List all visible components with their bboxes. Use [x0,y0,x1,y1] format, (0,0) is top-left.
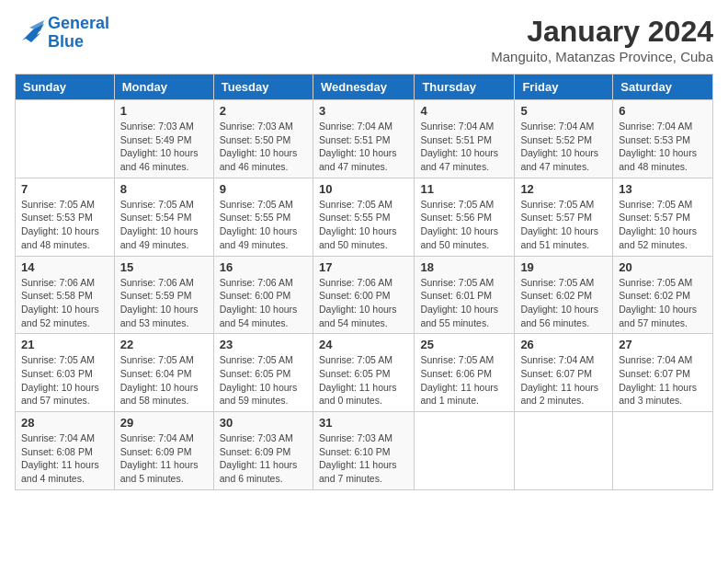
calendar-cell: 1Sunrise: 7:03 AMSunset: 5:49 PMDaylight… [114,100,213,178]
page-subtitle: Manguito, Matanzas Province, Cuba [491,49,713,64]
day-info: Sunrise: 7:04 AMSunset: 6:08 PMDaylight:… [21,431,108,486]
calendar-cell: 30Sunrise: 7:03 AMSunset: 6:09 PMDayligh… [213,412,313,490]
day-number: 3 [319,104,408,118]
day-number: 28 [21,416,108,430]
calendar-cell: 20Sunrise: 7:05 AMSunset: 6:02 PMDayligh… [613,256,713,334]
day-of-week-header: Saturday [613,75,713,100]
day-number: 19 [520,260,607,274]
day-number: 13 [619,182,707,196]
calendar-cell: 27Sunrise: 7:04 AMSunset: 6:07 PMDayligh… [613,334,713,412]
day-number: 24 [319,338,408,351]
calendar-cell: 13Sunrise: 7:05 AMSunset: 5:57 PMDayligh… [613,178,713,256]
day-info: Sunrise: 7:06 AMSunset: 5:59 PMDaylight:… [120,276,208,330]
calendar-table: SundayMondayTuesdayWednesdayThursdayFrid… [15,74,713,490]
logo-line1: General [48,14,109,32]
day-info: Sunrise: 7:05 AMSunset: 6:04 PMDaylight:… [120,353,208,408]
day-number: 18 [420,260,508,274]
calendar-cell: 22Sunrise: 7:05 AMSunset: 6:04 PMDayligh… [114,334,213,412]
day-info: Sunrise: 7:05 AMSunset: 6:06 PMDaylight:… [420,353,508,408]
day-number: 26 [520,338,607,351]
page-title: January 2024 [491,15,713,49]
day-number: 31 [319,416,408,430]
day-info: Sunrise: 7:04 AMSunset: 5:51 PMDaylight:… [319,120,408,174]
calendar-cell: 8Sunrise: 7:05 AMSunset: 5:54 PMDaylight… [114,178,213,256]
day-number: 27 [619,338,707,351]
calendar-cell: 26Sunrise: 7:04 AMSunset: 6:07 PMDayligh… [515,334,613,412]
calendar-cell: 6Sunrise: 7:04 AMSunset: 5:53 PMDaylight… [613,100,713,178]
day-info: Sunrise: 7:05 AMSunset: 5:54 PMDaylight:… [120,198,208,252]
day-info: Sunrise: 7:04 AMSunset: 6:09 PMDaylight:… [120,431,208,486]
calendar-cell: 29Sunrise: 7:04 AMSunset: 6:09 PMDayligh… [114,412,213,490]
calendar-cell: 31Sunrise: 7:03 AMSunset: 6:10 PMDayligh… [313,412,414,490]
calendar-cell: 5Sunrise: 7:04 AMSunset: 5:52 PMDaylight… [515,100,613,178]
day-number: 11 [420,182,508,196]
day-number: 15 [120,260,208,274]
calendar-cell: 17Sunrise: 7:06 AMSunset: 6:00 PMDayligh… [313,256,414,334]
calendar-cell: 2Sunrise: 7:03 AMSunset: 5:50 PMDaylight… [213,100,313,178]
day-number: 1 [120,104,208,118]
calendar-cell: 10Sunrise: 7:05 AMSunset: 5:55 PMDayligh… [313,178,414,256]
calendar-cell: 18Sunrise: 7:05 AMSunset: 6:01 PMDayligh… [415,256,515,334]
day-number: 8 [120,182,208,196]
calendar-week-row: 21Sunrise: 7:05 AMSunset: 6:03 PMDayligh… [16,334,713,412]
day-info: Sunrise: 7:04 AMSunset: 5:52 PMDaylight:… [520,120,607,174]
day-number: 7 [21,182,108,196]
day-number: 22 [120,338,208,351]
day-info: Sunrise: 7:05 AMSunset: 6:03 PMDaylight:… [21,353,108,408]
day-info: Sunrise: 7:05 AMSunset: 6:05 PMDaylight:… [220,353,307,408]
day-number: 4 [420,104,508,118]
day-info: Sunrise: 7:05 AMSunset: 6:01 PMDaylight:… [420,276,508,330]
day-info: Sunrise: 7:04 AMSunset: 6:07 PMDaylight:… [619,353,707,408]
calendar-cell [415,412,515,490]
calendar-cell [515,412,613,490]
svg-marker-1 [29,20,44,31]
day-of-week-header: Friday [515,75,613,100]
day-info: Sunrise: 7:03 AMSunset: 5:49 PMDaylight:… [120,120,208,174]
day-of-week-header: Wednesday [313,75,414,100]
day-info: Sunrise: 7:05 AMSunset: 5:57 PMDaylight:… [619,198,707,252]
logo-line2: Blue [48,32,84,51]
day-info: Sunrise: 7:06 AMSunset: 5:58 PMDaylight:… [21,276,108,330]
calendar-cell: 3Sunrise: 7:04 AMSunset: 5:51 PMDaylight… [313,100,414,178]
calendar-cell: 23Sunrise: 7:05 AMSunset: 6:05 PMDayligh… [213,334,313,412]
calendar-cell [613,412,713,490]
day-of-week-header: Sunday [16,75,115,100]
day-info: Sunrise: 7:06 AMSunset: 6:00 PMDaylight:… [319,276,408,330]
calendar-week-row: 1Sunrise: 7:03 AMSunset: 5:49 PMDaylight… [16,100,713,178]
calendar-cell [16,100,115,178]
day-number: 12 [520,182,607,196]
logo-text: General Blue [48,15,109,52]
day-number: 6 [619,104,707,118]
day-info: Sunrise: 7:05 AMSunset: 6:02 PMDaylight:… [520,276,607,330]
day-number: 2 [220,104,307,118]
logo: General Blue [15,15,109,52]
day-info: Sunrise: 7:04 AMSunset: 6:07 PMDaylight:… [520,353,607,408]
logo-icon [15,20,44,46]
page-header: General Blue January 2024 Manguito, Mata… [15,15,713,64]
calendar-week-row: 7Sunrise: 7:05 AMSunset: 5:53 PMDaylight… [16,178,713,256]
calendar-cell: 28Sunrise: 7:04 AMSunset: 6:08 PMDayligh… [16,412,115,490]
day-of-week-header: Tuesday [213,75,313,100]
calendar-cell: 16Sunrise: 7:06 AMSunset: 6:00 PMDayligh… [213,256,313,334]
day-info: Sunrise: 7:05 AMSunset: 5:57 PMDaylight:… [520,198,607,252]
calendar-cell: 14Sunrise: 7:06 AMSunset: 5:58 PMDayligh… [16,256,115,334]
calendar-cell: 4Sunrise: 7:04 AMSunset: 5:51 PMDaylight… [415,100,515,178]
day-of-week-header: Monday [114,75,213,100]
day-number: 5 [520,104,607,118]
day-number: 17 [319,260,408,274]
day-info: Sunrise: 7:04 AMSunset: 5:53 PMDaylight:… [619,120,707,174]
calendar-cell: 9Sunrise: 7:05 AMSunset: 5:55 PMDaylight… [213,178,313,256]
calendar-week-row: 14Sunrise: 7:06 AMSunset: 5:58 PMDayligh… [16,256,713,334]
day-info: Sunrise: 7:03 AMSunset: 6:10 PMDaylight:… [319,431,408,486]
day-info: Sunrise: 7:05 AMSunset: 6:05 PMDaylight:… [319,353,408,408]
day-number: 9 [220,182,307,196]
calendar-cell: 11Sunrise: 7:05 AMSunset: 5:56 PMDayligh… [415,178,515,256]
day-info: Sunrise: 7:05 AMSunset: 5:55 PMDaylight:… [220,198,307,252]
day-info: Sunrise: 7:05 AMSunset: 5:53 PMDaylight:… [21,198,108,252]
day-info: Sunrise: 7:06 AMSunset: 6:00 PMDaylight:… [220,276,307,330]
calendar-header-row: SundayMondayTuesdayWednesdayThursdayFrid… [16,75,713,100]
day-number: 30 [220,416,307,430]
calendar-cell: 15Sunrise: 7:06 AMSunset: 5:59 PMDayligh… [114,256,213,334]
day-number: 20 [619,260,707,274]
day-info: Sunrise: 7:05 AMSunset: 5:55 PMDaylight:… [319,198,408,252]
